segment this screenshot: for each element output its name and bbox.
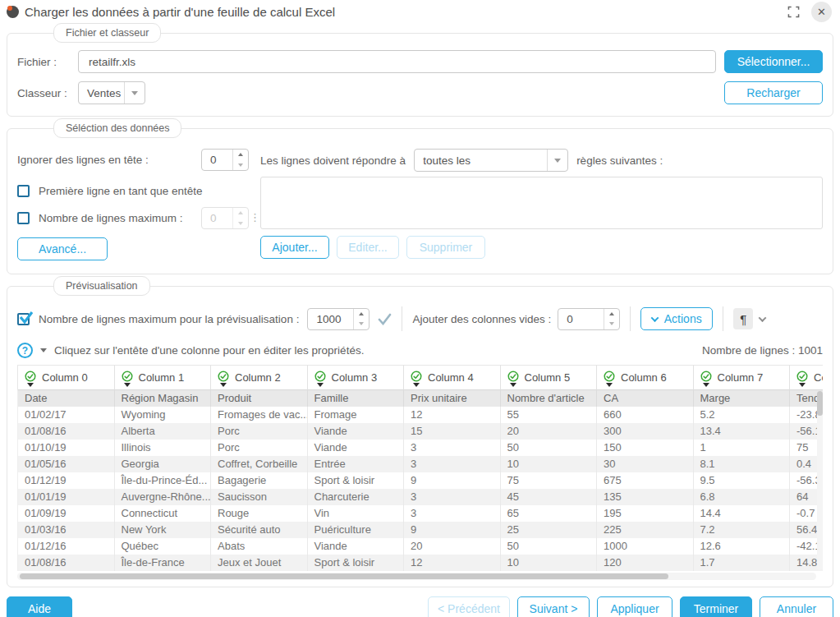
- table-cell: 01/09/19: [18, 505, 115, 522]
- delete-rule-button: Supprimer: [406, 236, 485, 259]
- horizontal-scrollbar[interactable]: [17, 573, 816, 580]
- column-header[interactable]: Column 4: [404, 365, 501, 390]
- spinner-down-icon[interactable]: [354, 319, 369, 329]
- rules-mode-select[interactable]: toutes les: [414, 149, 568, 172]
- column-header[interactable]: Column 1: [115, 365, 212, 390]
- rules-mode-value: toutes les: [415, 154, 547, 167]
- table-cell: 12: [404, 407, 501, 423]
- column-header[interactable]: Column 0: [18, 365, 115, 390]
- next-button[interactable]: Suivant >: [517, 596, 590, 617]
- table-cell: Porc: [211, 423, 308, 440]
- finish-button[interactable]: Terminer: [680, 596, 752, 617]
- horizontal-scrollbar-thumb[interactable]: [20, 573, 668, 579]
- data-selection-legend: Séléction des données: [53, 118, 181, 138]
- table-cell: 675: [597, 472, 694, 489]
- validate-check-icon[interactable]: [378, 313, 392, 325]
- splitter-handle[interactable]: ⋮: [250, 211, 260, 223]
- column-header[interactable]: Column 3: [308, 365, 405, 390]
- pilcrow-icon[interactable]: ¶: [733, 308, 753, 329]
- formatting-marks-button[interactable]: ¶: [733, 308, 765, 329]
- table-cell: 10: [501, 555, 598, 571]
- max-preview-spinner[interactable]: 1000: [307, 308, 370, 330]
- max-preview-checkbox[interactable]: [17, 313, 30, 325]
- maximize-icon[interactable]: [787, 6, 800, 18]
- vertical-scrollbar[interactable]: [817, 391, 823, 570]
- help-button[interactable]: Aide: [7, 596, 72, 617]
- table-cell: Rouge: [211, 505, 308, 522]
- chevron-down-icon: [554, 159, 561, 163]
- window-title: Charger les données à partir d'une feuil…: [25, 5, 335, 19]
- table-cell: Illinois: [115, 440, 212, 456]
- table-cell: 1.7: [694, 555, 791, 571]
- column-header[interactable]: Column 2: [211, 365, 308, 390]
- file-label: Fichier :: [17, 55, 70, 68]
- first-row-header-checkbox[interactable]: [17, 185, 30, 197]
- table-cell: 55: [501, 407, 598, 423]
- add-rule-button[interactable]: Ajouter...: [260, 236, 329, 259]
- reload-button[interactable]: Recharger: [724, 81, 823, 104]
- table-cell: 20: [404, 538, 501, 555]
- table-cell: Connecticut: [115, 505, 212, 522]
- chevron-down-icon: [131, 91, 138, 95]
- table-cell: Prix unitaire: [404, 390, 501, 407]
- data-selection-section: Séléction des données Ignorer des lignes…: [7, 128, 833, 274]
- column-header[interactable]: Column 5: [501, 365, 598, 390]
- toolbar-divider: [723, 306, 723, 331]
- file-input[interactable]: [78, 50, 716, 73]
- column-header-label: Column 7: [718, 371, 764, 384]
- spinner-up-icon[interactable]: [354, 309, 369, 320]
- rules-list[interactable]: [260, 177, 823, 229]
- rules-prefix-label: Les lignes doivent répondre à: [260, 154, 406, 167]
- table-cell: New York: [115, 522, 212, 538]
- preview-toolbar: Nombre de lignes maximum pour la prévisu…: [17, 306, 823, 331]
- workbook-label: Classeur :: [17, 86, 70, 99]
- spinner-up-icon[interactable]: [604, 309, 619, 320]
- spinner-down-icon[interactable]: [604, 319, 619, 329]
- column-header[interactable]: Column 8: [790, 365, 823, 390]
- spinner-up-icon[interactable]: [233, 150, 248, 160]
- column-header-label: Column 8: [814, 371, 823, 384]
- skip-rows-spinner[interactable]: 0: [201, 149, 249, 171]
- max-rows-spinner: 0: [201, 207, 249, 229]
- table-cell: 195: [597, 505, 694, 522]
- table-row: 01/12/19Île-du-Prince-Éd...BagagerieSpor…: [17, 472, 823, 489]
- table-cell: Entrée: [308, 456, 405, 472]
- table-row: 01/09/19ConnecticutRougeVin36519514.4-0.…: [17, 505, 823, 522]
- table-cell: Famille: [308, 390, 405, 407]
- help-icon[interactable]: ?: [17, 343, 33, 358]
- chevron-down-icon[interactable]: [759, 314, 767, 322]
- table-cell: Date: [18, 390, 115, 407]
- select-file-button[interactable]: Sélectionner...: [724, 50, 823, 73]
- hint-text: Cliquez sur l'entête d'une colonne pour …: [54, 344, 364, 357]
- table-cell: Puériculture: [308, 522, 405, 538]
- column-valid-icon: [700, 371, 712, 387]
- cancel-button[interactable]: Annuler: [760, 596, 833, 617]
- column-header-label: Column 3: [332, 371, 378, 384]
- vertical-scrollbar-thumb[interactable]: [817, 391, 823, 416]
- add-empty-columns-spinner[interactable]: 0: [558, 308, 620, 330]
- spinner-down-icon[interactable]: [233, 160, 248, 171]
- column-menu-triangle-icon: [510, 383, 516, 387]
- table-cell: Wyoming: [115, 407, 212, 423]
- column-header-label: Column 6: [621, 371, 667, 384]
- apply-button[interactable]: Appliquer: [597, 596, 672, 617]
- column-header-label: Column 2: [235, 371, 281, 384]
- table-cell: 10: [501, 456, 598, 472]
- hint-row: ? Cliquez sur l'entête d'une colonne pou…: [17, 343, 823, 358]
- table-cell: 660: [597, 407, 694, 423]
- table-row: 01/12/16QuébecAbatsViande2050100012.6-42…: [17, 538, 823, 555]
- table-body: DateRégion MagasinProduitFamillePrix uni…: [17, 390, 823, 571]
- table-cell: Sport & loisir: [308, 555, 405, 571]
- column-header[interactable]: Column 7: [694, 365, 791, 390]
- actions-button[interactable]: Actions: [640, 307, 713, 330]
- triangle-down-icon[interactable]: [40, 348, 47, 352]
- table-cell: Auvergne-Rhône...: [115, 489, 212, 505]
- column-header[interactable]: Column 6: [597, 365, 694, 390]
- workbook-select[interactable]: Ventes: [78, 81, 145, 104]
- table-cell: 120: [597, 555, 694, 571]
- advanced-button[interactable]: Avancé...: [17, 237, 108, 260]
- max-rows-checkbox[interactable]: [17, 212, 30, 224]
- close-icon[interactable]: ✕: [811, 2, 832, 22]
- table-cell: Viande: [308, 440, 405, 456]
- column-valid-icon: [411, 371, 422, 387]
